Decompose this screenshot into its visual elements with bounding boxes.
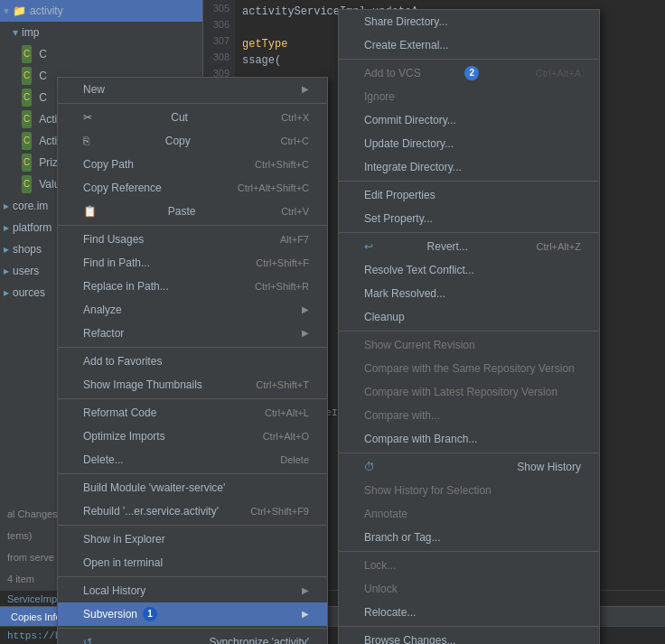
sidebar-label-platform: platform [13, 219, 52, 237]
menu-item-synchronize[interactable]: ↺ Synchronize 'activity' [58, 630, 327, 644]
menu-item-cut[interactable]: ✂ Cut Ctrl+X [58, 106, 327, 129]
paste-shortcut: Ctrl+V [281, 202, 309, 220]
vcs-relocate[interactable]: Relocate... [339, 601, 599, 624]
menu-label-rebuild: Rebuild '...er.service.activity' [83, 502, 219, 520]
vcs-revert[interactable]: ↩ Revert... Ctrl+Alt+Z [339, 235, 599, 258]
add-to-vcs-shortcut: Ctrl+Alt+A [536, 64, 581, 82]
menu-item-copy-path[interactable]: Copy Path Ctrl+Shift+C [58, 153, 327, 176]
vcs-sep-7 [339, 626, 599, 627]
sidebar-label-ources: ources [13, 284, 45, 302]
sidebar-item-c1[interactable]: C C [0, 43, 202, 65]
separator-8 [58, 628, 327, 629]
vcs-label-unlock: Unlock [364, 580, 398, 598]
vcs-unlock[interactable]: Unlock [339, 577, 599, 601]
vcs-mark-resolved[interactable]: Mark Resolved... [339, 282, 599, 305]
vcs-edit-properties[interactable]: Edit Properties [339, 183, 599, 207]
separator-3 [58, 347, 327, 348]
sync-icon: ↺ [83, 633, 92, 644]
separator-7 [58, 576, 327, 577]
vcs-cleanup[interactable]: Cleanup [339, 305, 599, 329]
vcs-show-history[interactable]: ⏱ Show History [339, 455, 599, 479]
vcs-lock[interactable]: Lock... [339, 554, 599, 577]
menu-item-copy-ref[interactable]: Copy Reference Ctrl+Alt+Shift+C [58, 176, 327, 200]
menu-item-paste[interactable]: 📋 Paste Ctrl+V [58, 200, 327, 223]
vcs-label-show-current: Show Current Revision [364, 336, 475, 354]
vcs-show-current-revision[interactable]: Show Current Revision [339, 333, 599, 357]
vcs-sep-1 [339, 59, 599, 60]
users-icon: ▸ [4, 262, 9, 280]
vcs-integrate-directory[interactable]: Integrate Directory... [339, 155, 599, 179]
menu-item-refactor[interactable]: Refactor ▶ [58, 322, 327, 345]
vcs-label-branch-or-tag: Branch or Tag... [364, 528, 441, 546]
menu-item-open-terminal[interactable]: Open in terminal [58, 551, 327, 574]
folder-imp-icon: ▾ [13, 23, 18, 42]
optimize-shortcut: Ctrl+Alt+O [263, 427, 309, 445]
menu-item-replace-in-path[interactable]: Replace in Path... Ctrl+Shift+R [58, 275, 327, 298]
vcs-compare-same-repo[interactable]: Compare with the Same Repository Version [339, 357, 599, 380]
sidebar-label-users: users [13, 262, 39, 280]
sidebar-item-imp[interactable]: ▾ imp [0, 22, 202, 43]
vcs-resolve-text-conflict[interactable]: Resolve Text Conflict... [339, 258, 599, 282]
menu-item-new[interactable]: New ▶ [58, 78, 327, 101]
vcs-update-directory[interactable]: Update Directory... [339, 132, 599, 155]
separator-1 [58, 103, 327, 104]
menu-label-replace-in-path: Replace in Path... [83, 277, 169, 295]
delete-shortcut: Delete [280, 451, 309, 469]
vcs-label-mark-resolved: Mark Resolved... [364, 285, 445, 303]
menu-item-subversion[interactable]: Subversion 1 ▶ [58, 602, 327, 626]
menu-item-rebuild[interactable]: Rebuild '...er.service.activity' Ctrl+Sh… [58, 499, 327, 523]
vcs-compare-branch[interactable]: Compare with Branch... [339, 427, 599, 451]
class-icon-c2: C [22, 67, 32, 85]
subversion-badge: 1 [143, 607, 157, 621]
vcs-set-property[interactable]: Set Property... [339, 207, 599, 230]
reformat-shortcut: Ctrl+Alt+L [265, 404, 309, 422]
vcs-show-history-selection[interactable]: Show History for Selection [339, 479, 599, 502]
copy-shortcut: Ctrl+C [281, 132, 309, 150]
vcs-label-browse-changes: Browse Changes... [364, 631, 455, 644]
menu-label-open-terminal: Open in terminal [83, 554, 163, 572]
menu-label-copy: Copy [165, 132, 191, 150]
vcs-compare-with[interactable]: Compare with... [339, 404, 599, 427]
vcs-commit-directory[interactable]: Commit Directory... [339, 108, 599, 132]
vcs-browse-changes[interactable]: Browse Changes... [339, 629, 599, 644]
menu-item-analyze[interactable]: Analyze ▶ [58, 298, 327, 322]
class-icon-valu: C [22, 175, 32, 193]
menu-item-reformat[interactable]: Reformat Code Ctrl+Alt+L [58, 401, 327, 425]
menu-item-build-module[interactable]: Build Module 'vwaiter-service' [58, 476, 327, 499]
vcs-annotate[interactable]: Annotate [339, 502, 599, 526]
vcs-label-compare-same: Compare with the Same Repository Version [364, 359, 575, 378]
vcs-label-revert: Revert... [427, 238, 468, 256]
vcs-label-show-history-selection: Show History for Selection [364, 481, 492, 499]
sidebar-item-activity[interactable]: ▾ 📁 activity [0, 0, 202, 22]
sidebar-label-activity: activity [30, 2, 63, 20]
sidebar-label-imp: imp [22, 23, 39, 42]
menu-item-add-favorites[interactable]: Add to Favorites [58, 350, 327, 373]
copy-path-shortcut: Ctrl+Shift+C [255, 155, 309, 173]
fromserve-label: from serve [7, 548, 54, 566]
vcs-ignore[interactable]: Ignore [339, 85, 599, 108]
vcs-add-to-vcs[interactable]: Add to VCS 2 Ctrl+Alt+A [339, 61, 599, 85]
vcs-create-external[interactable]: Create External... [339, 33, 599, 57]
history-icon: ⏱ [364, 458, 375, 476]
ources-icon: ▸ [4, 284, 9, 302]
menu-label-find-usages: Find Usages [83, 230, 144, 248]
menu-item-delete[interactable]: Delete... Delete [58, 448, 327, 471]
menu-item-image-thumbnails[interactable]: Show Image Thumbnails Ctrl+Shift+T [58, 373, 327, 397]
cut-icon-area: ✂ [83, 108, 92, 126]
menu-item-find-usages[interactable]: Find Usages Alt+F7 [58, 228, 327, 251]
paste-icon: 📋 [83, 202, 97, 220]
vcs-label-resolve-text: Resolve Text Conflict... [364, 261, 474, 279]
main-context-menu: New ▶ ✂ Cut Ctrl+X ⎘ Copy Ctrl+C Copy Pa… [57, 77, 328, 644]
vcs-sep-4 [339, 331, 599, 331]
vcs-branch-or-tag[interactable]: Branch or Tag... [339, 526, 599, 549]
menu-item-copy[interactable]: ⎘ Copy Ctrl+C [58, 129, 327, 153]
vcs-label-relocate: Relocate... [364, 603, 416, 621]
vcs-share-directory[interactable]: Share Directory... [339, 10, 599, 33]
menu-item-optimize-imports[interactable]: Optimize Imports Ctrl+Alt+O [58, 425, 327, 448]
menu-item-find-in-path[interactable]: Find in Path... Ctrl+Shift+F [58, 251, 327, 275]
vcs-sep-2 [339, 181, 599, 182]
menu-label-copy-path: Copy Path [83, 155, 134, 173]
menu-item-local-history[interactable]: Local History ▶ [58, 579, 327, 602]
menu-item-show-explorer[interactable]: Show in Explorer [58, 527, 327, 551]
vcs-compare-latest-repo[interactable]: Compare with Latest Repository Version [339, 380, 599, 404]
